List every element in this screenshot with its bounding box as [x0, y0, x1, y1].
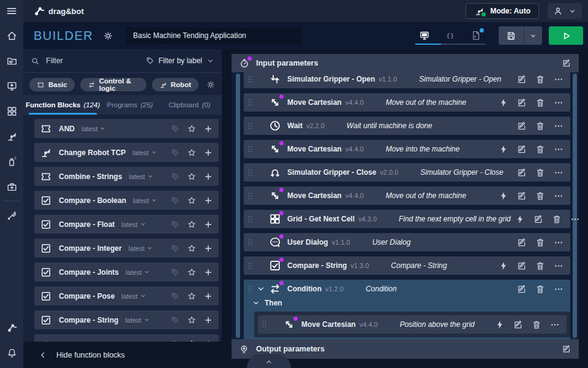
- function-block-list-item[interactable]: [34, 334, 219, 342]
- edit-input-parameters-icon[interactable]: [562, 58, 571, 68]
- condition-block[interactable]: Condition v1.2.0 Condition Then Move Car…: [244, 280, 570, 339]
- save-options-button[interactable]: [524, 26, 542, 45]
- drag-handle-icon[interactable]: [246, 237, 255, 248]
- favorite-star-icon[interactable]: [187, 196, 197, 205]
- edit-step-icon[interactable]: [513, 74, 531, 85]
- sidebar-item-spray-tool[interactable]: [0, 151, 23, 172]
- program-step[interactable]: Condition v1.2.0 Condition: [244, 280, 570, 298]
- sidebar-item-dragbot-mark[interactable]: [0, 317, 23, 338]
- step-more-icon[interactable]: [549, 144, 568, 155]
- run-step-icon[interactable]: [491, 320, 509, 330]
- delete-step-icon[interactable]: [531, 191, 549, 201]
- drag-handle-icon[interactable]: [246, 74, 255, 85]
- edit-step-icon[interactable]: [513, 98, 531, 108]
- run-step-icon[interactable]: [511, 214, 529, 224]
- sidebar-item-operator-screen[interactable]: [0, 75, 23, 96]
- filter-by-label-dropdown[interactable]: Filter by label: [146, 56, 214, 65]
- block-version-dropdown[interactable]: latest: [81, 125, 106, 132]
- step-more-icon[interactable]: [549, 261, 568, 271]
- favorite-star-icon[interactable]: [187, 315, 197, 325]
- function-block-list-item[interactable]: Combine - Strings latest: [34, 167, 219, 186]
- drag-handle-icon[interactable]: [246, 283, 255, 294]
- collapse-step-icon[interactable]: [256, 214, 266, 224]
- block-version-dropdown[interactable]: latest: [126, 269, 150, 276]
- label-icon[interactable]: [171, 148, 179, 157]
- category-chip-basic[interactable]: Basic: [29, 78, 75, 91]
- label-icon[interactable]: [171, 292, 179, 301]
- program-step[interactable]: User Dialog v1.1.0 User Dialog: [244, 233, 570, 251]
- add-block-icon[interactable]: [204, 244, 213, 253]
- program-step[interactable]: Simulator Gripper - Open v1.1.0 Simulato…: [244, 72, 570, 88]
- favorite-star-icon[interactable]: [187, 243, 197, 253]
- application-name-input[interactable]: [126, 28, 302, 44]
- step-more-icon[interactable]: [549, 98, 568, 108]
- step-more-icon[interactable]: [566, 214, 579, 224]
- edit-step-icon[interactable]: [513, 261, 531, 271]
- step-more-icon[interactable]: [549, 284, 568, 294]
- collapse-step-icon[interactable]: [256, 284, 266, 294]
- collapse-step-icon[interactable]: [256, 261, 266, 270]
- condition-then-section[interactable]: Then: [244, 298, 570, 312]
- collapse-step-icon[interactable]: [256, 98, 266, 107]
- function-block-list-item[interactable]: Compare - String latest: [34, 310, 219, 329]
- delete-step-icon[interactable]: [531, 167, 549, 178]
- user-menu-button[interactable]: [548, 3, 582, 19]
- operator-view-toggle-icon[interactable]: [419, 30, 430, 41]
- block-settings-gear-icon[interactable]: [206, 80, 216, 90]
- delete-step-icon[interactable]: [531, 121, 549, 131]
- sidebar-item-toolbox[interactable]: [0, 176, 23, 197]
- add-block-icon[interactable]: [204, 316, 213, 324]
- run-step-icon[interactable]: [494, 98, 513, 108]
- program-step[interactable]: Move Cartesian v4.4.0 Move into the mach…: [244, 140, 570, 158]
- program-step[interactable]: Move Cartesian v4.4.0 Move out of the ma…: [244, 186, 570, 205]
- tab-programs[interactable]: Programs(25): [100, 95, 159, 115]
- edit-step-icon[interactable]: [513, 237, 531, 248]
- delete-step-icon[interactable]: [531, 74, 549, 85]
- sidebar-item-robot-arm[interactable]: [0, 126, 23, 147]
- collapse-step-icon[interactable]: [256, 167, 266, 177]
- edit-step-icon[interactable]: [513, 167, 531, 178]
- category-chip-robot[interactable]: Robot: [152, 78, 198, 91]
- delete-step-icon[interactable]: [531, 144, 549, 155]
- block-version-dropdown[interactable]: latest: [133, 197, 157, 204]
- add-block-icon[interactable]: [204, 196, 213, 205]
- block-version-dropdown[interactable]: latest: [132, 149, 157, 156]
- hide-function-blocks-button[interactable]: Hide function blocks: [23, 342, 222, 368]
- drag-handle-icon[interactable]: [246, 190, 255, 201]
- add-block-icon[interactable]: [204, 220, 213, 229]
- step-more-icon[interactable]: [549, 121, 568, 131]
- left-scrollbar[interactable]: [236, 74, 240, 338]
- favorite-star-icon[interactable]: [187, 124, 197, 134]
- label-icon[interactable]: [171, 220, 179, 229]
- block-version-dropdown[interactable]: latest: [129, 173, 153, 180]
- add-block-icon[interactable]: [204, 148, 213, 157]
- sidebar-item-modules[interactable]: [0, 101, 23, 121]
- delete-step-icon[interactable]: [527, 320, 546, 330]
- expand-console-tab[interactable]: [247, 354, 291, 368]
- save-button[interactable]: [499, 26, 524, 45]
- sidebar-item-projects-folder[interactable]: [0, 50, 23, 71]
- collapse-step-icon[interactable]: [256, 237, 266, 247]
- sidebar-item-wizard[interactable]: [0, 205, 23, 226]
- label-icon[interactable]: [171, 196, 179, 205]
- add-block-icon[interactable]: [204, 268, 213, 277]
- add-block-icon[interactable]: [204, 292, 213, 301]
- mode-button[interactable]: Mode: Auto: [466, 3, 539, 19]
- main-menu-button[interactable]: [0, 0, 23, 22]
- drag-handle-icon[interactable]: [246, 120, 255, 131]
- run-step-icon[interactable]: [494, 261, 513, 271]
- delete-step-icon[interactable]: [531, 98, 549, 108]
- step-more-icon[interactable]: [549, 191, 568, 201]
- function-block-list-item[interactable]: Compare - Float latest: [34, 215, 219, 234]
- label-icon[interactable]: [171, 316, 179, 324]
- program-step[interactable]: Move Cartesian v4.4.0 Position above the…: [258, 315, 567, 334]
- delete-step-icon[interactable]: [531, 261, 549, 271]
- function-block-list-item[interactable]: AND latest: [34, 119, 219, 138]
- input-parameters-bar[interactable]: Input parameters: [232, 54, 579, 72]
- function-block-list-item[interactable]: Compare - Joints latest: [34, 263, 219, 282]
- favorite-star-icon[interactable]: [187, 148, 197, 158]
- step-more-icon[interactable]: [546, 320, 564, 330]
- drag-handle-icon[interactable]: [246, 167, 255, 178]
- program-step[interactable]: Wait v2.2.0 Wait until machine is done: [244, 117, 570, 135]
- label-icon[interactable]: [171, 244, 179, 253]
